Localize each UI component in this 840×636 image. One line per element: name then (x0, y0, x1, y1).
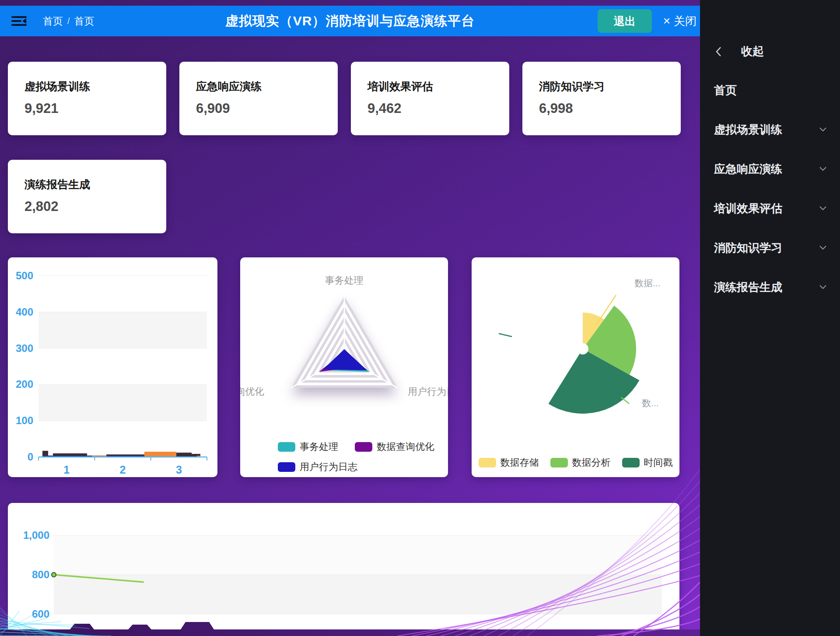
sidebar-item-5[interactable]: 消防知识学习 (700, 235, 840, 260)
line-chart-card: 6008001,000 (8, 503, 679, 636)
sidebar-item-2[interactable]: 虚拟场景训练 (700, 117, 840, 142)
breadcrumb-separator: / (67, 16, 70, 26)
svg-text:100: 100 (16, 415, 33, 426)
legend-label: 数据查询优化 (377, 440, 434, 453)
sidebar-item-6[interactable]: 演练报告生成 (700, 274, 840, 300)
svg-text:数...: 数... (642, 398, 659, 408)
legend-swatch (278, 462, 295, 472)
legend-item[interactable]: 数据查询优化 (355, 440, 434, 453)
legend-label: 事务处理 (300, 440, 338, 453)
legend-item[interactable]: 数据存储 (479, 456, 539, 469)
bar-chart-card: 0100200300400500123 (8, 257, 217, 477)
app-header: 首页 / 首页 虚拟现实（VR）消防培训与应急演练平台 退出 × 关闭 (0, 6, 700, 36)
stat-card-2: 应急响应演练6,909 (179, 62, 338, 135)
sidebar-collapse-button[interactable]: 收起 (700, 0, 840, 59)
svg-text:数据...: 数据... (634, 278, 661, 288)
stat-card-title: 消防知识学习 (539, 79, 681, 94)
breadcrumb-current[interactable]: 首页 (74, 14, 94, 28)
chevron-down-icon (819, 127, 827, 132)
svg-text:300: 300 (16, 342, 33, 354)
svg-text:1: 1 (63, 464, 70, 476)
sidebar: 收起 首页虚拟场景训练应急响应演练培训效果评估消防知识学习演练报告生成 (700, 0, 840, 636)
sidebar-item-label: 首页 (714, 83, 737, 98)
stat-card-title: 演练报告生成 (24, 177, 166, 192)
rose-legend: 数据存储数据分析时间戳 (472, 456, 679, 469)
legend-swatch (479, 458, 496, 467)
stat-card-value: 2,802 (24, 199, 166, 214)
sidebar-collapse-label: 收起 (741, 44, 764, 59)
stat-card-value: 6,998 (539, 101, 681, 116)
chevron-left-icon (715, 46, 722, 57)
stat-card-4: 消防知识学习6,998 (522, 62, 681, 135)
legend-swatch (622, 458, 640, 467)
stat-card-title: 虚拟场景训练 (24, 79, 166, 94)
radar-axis-label-right: 用户行为日志 (408, 385, 448, 398)
svg-text:0: 0 (28, 451, 33, 463)
legend-item[interactable]: 时间戳 (622, 456, 673, 469)
bar-chart: 0100200300400500123 (8, 257, 217, 477)
logout-button[interactable]: 退出 (598, 9, 652, 33)
sidebar-item-label: 消防知识学习 (714, 240, 782, 256)
sidebar-item-label: 演练报告生成 (714, 280, 782, 295)
legend-swatch (278, 442, 295, 452)
close-button[interactable]: × 关闭 (663, 14, 696, 29)
close-icon: × (663, 14, 670, 28)
svg-text:500: 500 (16, 270, 33, 281)
stat-card-value: 9,921 (24, 101, 166, 116)
legend-item[interactable]: 数据分析 (550, 456, 611, 469)
stat-card-1: 虚拟场景训练9,921 (8, 62, 166, 135)
close-label: 关闭 (674, 14, 696, 29)
stat-card-5: 演练报告生成2,802 (8, 160, 166, 233)
svg-text:400: 400 (16, 306, 33, 318)
rose-pie-chart-card: 数据...数... 数据存储数据分析时间戳 (472, 257, 679, 477)
svg-text:2: 2 (120, 464, 126, 476)
radar-legend: 事务处理数据查询优化用户行为日志 (278, 440, 434, 474)
sidebar-menu: 首页虚拟场景训练应急响应演练培训效果评估消防知识学习演练报告生成 (700, 77, 840, 300)
radar-chart-card: 事务处理 用户行为日志 数据查询优化 事务处理数据查询优化用户行为日志 (240, 257, 448, 477)
stat-card-title: 培训效果评估 (368, 79, 509, 94)
sidebar-item-label: 培训效果评估 (714, 201, 782, 216)
svg-text:3: 3 (176, 464, 182, 476)
legend-label: 数据存储 (500, 456, 539, 469)
chevron-down-icon (819, 245, 827, 250)
stat-card-3: 培训效果评估9,462 (351, 62, 509, 135)
legend-item[interactable]: 事务处理 (278, 440, 338, 453)
sidebar-item-1[interactable]: 首页 (700, 77, 840, 103)
rose-pie-chart: 数据...数... (472, 257, 679, 477)
line-chart: 6008001,000 (8, 503, 679, 636)
radar-axis-label-left: 数据查询优化 (240, 385, 264, 398)
legend-swatch (355, 442, 372, 452)
page-title: 虚拟现实（VR）消防培训与应急演练平台 (225, 12, 475, 30)
legend-swatch (550, 458, 568, 467)
legend-label: 数据分析 (572, 456, 611, 469)
svg-text:1,000: 1,000 (23, 529, 49, 541)
legend-item[interactable]: 用户行为日志 (278, 460, 357, 474)
chevron-down-icon (819, 285, 827, 290)
sidebar-item-label: 应急响应演练 (714, 162, 782, 177)
sidebar-item-label: 虚拟场景训练 (714, 122, 782, 137)
stat-card-value: 9,462 (368, 101, 509, 116)
breadcrumb-home[interactable]: 首页 (43, 14, 63, 28)
stat-card-row: 虚拟场景训练9,921应急响应演练6,909培训效果评估9,462消防知识学习6… (8, 62, 692, 233)
menu-fold-icon[interactable] (11, 14, 27, 28)
legend-label: 时间戳 (644, 456, 673, 469)
svg-text:600: 600 (32, 608, 49, 620)
chevron-down-icon (819, 166, 827, 172)
sidebar-item-3[interactable]: 应急响应演练 (700, 156, 840, 182)
stat-card-title: 应急响应演练 (196, 79, 338, 94)
stat-card-value: 6,909 (196, 101, 338, 116)
sidebar-item-4[interactable]: 培训效果评估 (700, 196, 840, 221)
svg-text:800: 800 (32, 569, 49, 580)
legend-label: 用户行为日志 (300, 460, 357, 474)
svg-text:200: 200 (16, 378, 33, 390)
radar-axis-label-top: 事务处理 (240, 274, 448, 287)
breadcrumb: 首页 / 首页 (43, 14, 94, 28)
chevron-down-icon (819, 206, 827, 211)
